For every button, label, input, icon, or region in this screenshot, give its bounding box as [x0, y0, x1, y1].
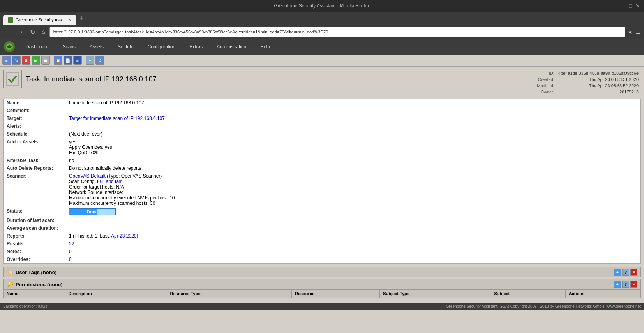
- permissions-tools: + ? ✕: [614, 281, 637, 288]
- target-label: Target:: [4, 115, 66, 122]
- schedule-label: Schedule:: [4, 130, 66, 138]
- nav-extras[interactable]: Extras: [182, 41, 210, 53]
- detail-row-notes: Notes: 0: [4, 248, 640, 255]
- target-link[interactable]: Target for immediate scan of IP 192.168.…: [69, 116, 165, 121]
- forward-button[interactable]: →: [16, 28, 26, 36]
- browser-address-bar: ← → ↻ ⌂ ★ ☰: [0, 25, 644, 39]
- col-resource: Resource: [291, 290, 379, 298]
- assets-label: Add to Assets:: [4, 138, 66, 157]
- col-name: Name: [4, 290, 65, 298]
- toolbar-btn-9[interactable]: +: [86, 56, 94, 65]
- assets-value: yes Apply Overrides: yes Min QoD: 70%: [66, 138, 640, 157]
- scan-config-link[interactable]: Full and fast: [97, 179, 122, 184]
- tab-close-button[interactable]: ✕: [68, 17, 72, 23]
- col-description: Description: [65, 290, 167, 298]
- nav-help[interactable]: Help: [253, 41, 277, 53]
- toolbar: ≡ ✎ ✖ ▶ ⏹ 📋 📄 🗑 + ↺: [0, 55, 644, 67]
- toolbar-btn-6[interactable]: 📋: [54, 56, 62, 65]
- toolbar-btn-10[interactable]: ↺: [95, 56, 104, 65]
- address-input[interactable]: [49, 27, 625, 37]
- toolbar-btn-7[interactable]: 📄: [64, 56, 72, 65]
- window-controls[interactable]: − □ ✕: [623, 3, 640, 9]
- detail-row-name: Name: Immediate scan of IP 192.168.0.107: [4, 99, 640, 107]
- alerts-value: [66, 122, 640, 130]
- alerts-label: Alerts:: [4, 122, 66, 130]
- close-icon[interactable]: ✕: [635, 3, 640, 9]
- nav-administration[interactable]: Administration: [210, 41, 253, 53]
- permissions-close-btn[interactable]: ✕: [630, 281, 637, 288]
- notes-link[interactable]: 0: [69, 249, 72, 254]
- toolbar-btn-8[interactable]: 🗑: [73, 56, 82, 65]
- scanner-label: Scanner:: [4, 172, 66, 207]
- col-subject-type: Subject Type: [380, 290, 491, 298]
- max-nvts-text: Maximum concurrently executed NVTs per h…: [69, 195, 175, 201]
- status-value: Done: [66, 207, 640, 217]
- tab-title: Greenbone Security Ass...: [16, 18, 65, 22]
- footer-right: Greenbone Security Assistant (GSA) Copyr…: [446, 304, 641, 308]
- nav-assets[interactable]: Assets: [83, 41, 111, 53]
- detail-panel: Name: Immediate scan of IP 192.168.0.107…: [3, 99, 641, 264]
- nav-scans[interactable]: Scans: [56, 41, 83, 53]
- max-hosts-text: Maximum concurrently scanned hosts: 30: [69, 201, 155, 206]
- permissions-header-row: Name Description Resource Type Resource …: [4, 290, 641, 298]
- permissions-table: Name Description Resource Type Resource …: [3, 289, 641, 298]
- permissions-add-btn[interactable]: +: [614, 281, 621, 288]
- svg-rect-2: [6, 73, 19, 85]
- user-tags-close-btn[interactable]: ✕: [630, 269, 637, 276]
- detail-row-schedule: Schedule: (Next due: over): [4, 130, 640, 138]
- menu-icon[interactable]: ☰: [636, 29, 641, 35]
- target-value: Target for immediate scan of IP 192.168.…: [66, 115, 640, 122]
- task-icon: [3, 70, 22, 88]
- toolbar-btn-1[interactable]: ≡: [2, 56, 11, 65]
- results-value: 22: [66, 240, 640, 248]
- status-badge: Done: [69, 208, 116, 215]
- back-button[interactable]: ←: [3, 28, 13, 36]
- page-content: Task: Immediate scan of IP 192.168.0.107…: [0, 67, 644, 301]
- col-actions: Actions: [565, 290, 640, 298]
- user-tags-title: User Tags (none): [16, 270, 56, 275]
- reports-label: Reports:: [4, 232, 66, 240]
- user-tags-icon: 🏷️: [7, 269, 13, 275]
- minimize-icon[interactable]: −: [623, 3, 626, 9]
- detail-row-assets: Add to Assets: yes Apply Overrides: yes …: [4, 138, 640, 157]
- detail-row-comment: Comment:: [4, 107, 640, 115]
- comment-label: Comment:: [4, 107, 66, 115]
- detail-row-scanner: Scanner: OpenVAS Default (Type: OpenVAS …: [4, 172, 640, 207]
- reload-button[interactable]: ↻: [28, 28, 37, 37]
- reports-value: 1 (Finished: 1, Last: Apr 23 2020): [66, 232, 640, 240]
- permissions-help-btn[interactable]: ?: [622, 281, 629, 288]
- maximize-icon[interactable]: □: [629, 3, 632, 9]
- toolbar-btn-4[interactable]: ▶: [32, 56, 40, 65]
- page-title: Task: Immediate scan of IP 192.168.0.107: [26, 70, 157, 88]
- permissions-title: Permissions (none): [16, 282, 63, 287]
- nav-configuration[interactable]: Configuration: [141, 41, 182, 53]
- owner-value: 20175213: [557, 89, 640, 95]
- scanner-type: (Type: OpenVAS Scanner): [107, 173, 162, 179]
- detail-row-alterable: Alterable Task: no: [4, 157, 640, 164]
- toolbar-btn-2[interactable]: ✎: [12, 56, 21, 65]
- alterable-value: no: [66, 157, 640, 164]
- results-link[interactable]: 22: [69, 241, 74, 247]
- nav-menu: Dashboard Scans Assets SecInfo Configura…: [19, 41, 641, 53]
- nav-secinfo[interactable]: SecInfo: [111, 41, 141, 53]
- scanner-link[interactable]: OpenVAS Default: [69, 173, 106, 179]
- overrides-link[interactable]: 0: [69, 257, 72, 262]
- toolbar-btn-5[interactable]: ⏹: [41, 56, 50, 65]
- footer: Backend operation: 0.02s Greenbone Secur…: [0, 303, 644, 310]
- new-tab-button[interactable]: +: [76, 14, 87, 23]
- notes-value: 0: [66, 248, 640, 255]
- min-qod-inline: Min QoD: 70%: [69, 150, 99, 155]
- permissions-icon: 🔑: [7, 281, 13, 287]
- overrides-label: Overrides:: [4, 255, 66, 263]
- created-label: Created:: [535, 77, 556, 82]
- user-tags-help-btn[interactable]: ?: [622, 269, 629, 276]
- toolbar-btn-3[interactable]: ✖: [22, 56, 30, 65]
- nav-dashboard[interactable]: Dashboard: [19, 41, 56, 53]
- reports-date-link[interactable]: Apr 23 2020: [111, 233, 136, 239]
- browser-tab-active[interactable]: Greenbone Security Ass... ✕: [3, 15, 76, 25]
- user-tags-add-btn[interactable]: +: [614, 269, 621, 276]
- home-button[interactable]: ⌂: [39, 28, 47, 36]
- bookmarks-icon[interactable]: ★: [628, 29, 633, 35]
- comment-value: [66, 107, 640, 115]
- detail-row-auto-delete: Auto Delete Reports: Do not automaticall…: [4, 164, 640, 172]
